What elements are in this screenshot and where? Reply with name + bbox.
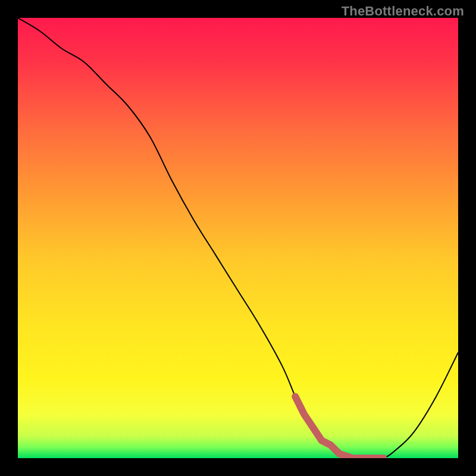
plot-area [18,18,458,458]
watermark-text: TheBottleneck.com [342,4,464,19]
chart-container: TheBottleneck.com [0,0,476,476]
gradient-background [18,18,458,458]
highlighted-point [336,450,343,458]
bottleneck-chart [18,18,458,458]
